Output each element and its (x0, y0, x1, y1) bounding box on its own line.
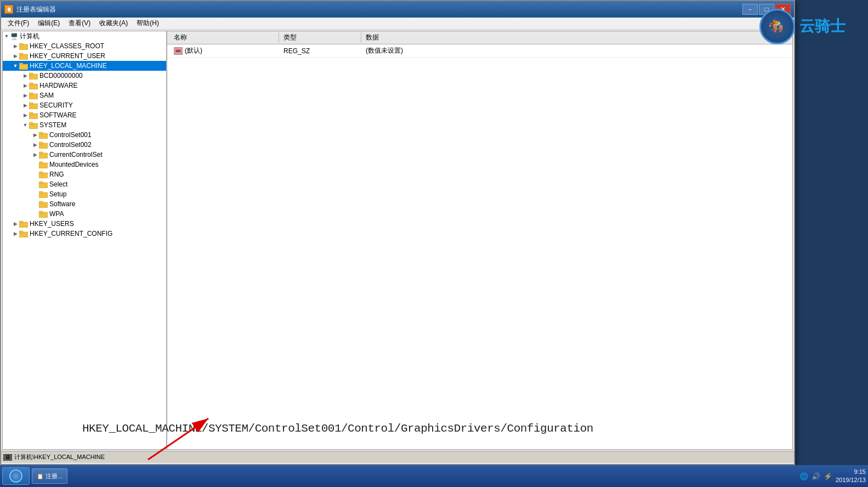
reg-value-icon: ab (174, 47, 183, 55)
expand-icon-software: ▶ (22, 112, 28, 118)
tree-label-rng: RNG (49, 171, 64, 178)
tree-item-rng[interactable]: ▶ RNG (3, 169, 166, 179)
folder-icon (19, 220, 28, 228)
svg-rect-18 (29, 122, 33, 124)
title-text: 注册表编辑器 (16, 5, 56, 14)
expand-icon-ccs: ▶ (32, 152, 38, 157)
tree-item-bcd[interactable]: ▶ BCD00000000 (3, 71, 166, 81)
table-header: 名称 类型 数据 (167, 31, 792, 44)
folder-icon (39, 191, 48, 198)
cell-name: ab (默认) (169, 46, 279, 56)
col-name: 名称 (169, 32, 279, 43)
svg-rect-32 (39, 191, 43, 194)
svg-rect-24 (39, 152, 43, 154)
folder-icon (29, 72, 38, 80)
svg-rect-28 (39, 172, 43, 174)
start-button[interactable] (2, 467, 30, 485)
folder-icon (29, 112, 38, 119)
taskbar-app-regedit[interactable]: 📋 注册... (32, 468, 67, 484)
tree-item-hkcr[interactable]: ▶ HKEY_CLASSES_ROOT (3, 41, 166, 51)
expand-icon-bcd: ▶ (22, 73, 28, 78)
svg-rect-3 (19, 53, 23, 55)
expand-icon-hkcc: ▶ (13, 231, 18, 236)
expand-icon-hku: ▶ (13, 221, 18, 226)
svg-rect-26 (39, 162, 43, 164)
tree-label-cs002: ControlSet002 (49, 141, 92, 149)
svg-rect-40 (19, 231, 23, 233)
menu-file[interactable]: 文件(F) (3, 18, 33, 29)
svg-rect-16 (29, 112, 33, 115)
tree-label-wpa: WPA (49, 210, 64, 218)
menu-view[interactable]: 查看(V) (64, 18, 95, 29)
folder-icon (29, 92, 38, 99)
path-annotation: HKEY_LOCAL_MACHINE/SYSTEM/ControlSet001/… (82, 422, 797, 435)
col-type: 类型 (279, 32, 361, 43)
tree-label-select: Select (49, 180, 67, 188)
folder-icon (39, 181, 48, 188)
tree-label-sam: SAM (39, 92, 54, 99)
tree-item-hklm[interactable]: ▼ HKEY_LOCAL_MACHINE (3, 61, 166, 71)
tree-item-setup[interactable]: ▶ Setup (3, 189, 166, 199)
tree-label-system: SYSTEM (39, 121, 66, 129)
svg-rect-1 (19, 43, 23, 46)
folder-icon (19, 230, 28, 237)
expand-icon: ▼ (4, 33, 9, 39)
svg-rect-20 (39, 132, 43, 134)
folder-icon (39, 151, 48, 158)
computer-icon-status: 🖥 (3, 454, 12, 461)
expand-icon-hkcr: ▶ (13, 43, 18, 49)
tree-item-software[interactable]: ▶ SOFTWARE (3, 110, 166, 120)
folder-icon (29, 122, 38, 129)
tree-label-ccs: CurrentControlSet (49, 151, 103, 158)
tree-item-select[interactable]: ▶ Select (3, 179, 166, 189)
tree-item-sam[interactable]: ▶ SAM (3, 90, 166, 100)
tree-label-hklm: HKEY_LOCAL_MACHINE (30, 62, 107, 70)
taskbar-app-text: 注册... (46, 472, 63, 480)
expand-icon-sam: ▶ (22, 93, 28, 98)
tree-label-hkcc: HKEY_CURRENT_CONFIG (30, 230, 112, 237)
taskbar-icon-volume: 🔊 (812, 472, 820, 480)
folder-icon (39, 141, 48, 149)
tree-item-mounted[interactable]: ▶ MountedDevices (3, 160, 166, 169)
folder-icon (29, 102, 38, 109)
tree-item-hkcc[interactable]: ▶ HKEY_CURRENT_CONFIG (3, 229, 166, 239)
taskbar-app-label: 📋 (37, 473, 43, 479)
tree-label-cs001: ControlSet001 (49, 131, 92, 139)
tree-item-controlset001[interactable]: ▶ ControlSet001 (3, 130, 166, 140)
folder-icon (39, 201, 48, 208)
tree-item-software2[interactable]: ▶ Software (3, 199, 166, 209)
cell-type: REG_SZ (279, 47, 361, 55)
tree-label-hku: HKEY_USERS (30, 220, 74, 228)
folder-icon (39, 132, 48, 139)
col-data: 数据 (361, 32, 471, 43)
tree-item-controlset002[interactable]: ▶ ControlSet002 (3, 140, 166, 150)
menu-edit[interactable]: 编辑(E) (33, 18, 64, 29)
folder-icon (19, 53, 28, 60)
tree-item-system[interactable]: ▼ SYSTEM (3, 120, 166, 130)
clock-date: 2019/12/13 (836, 476, 866, 484)
tree-label-computer: 计算机 (20, 32, 39, 41)
tree-item-hku[interactable]: ▶ HKEY_USERS (3, 219, 166, 229)
svg-rect-30 (39, 182, 43, 184)
tree-item-security[interactable]: ▶ SECURITY (3, 100, 166, 110)
tree-item-hardware[interactable]: ▶ HARDWARE (3, 81, 166, 90)
svg-rect-14 (29, 103, 33, 105)
tree-label-software: SOFTWARE (39, 111, 77, 119)
menu-favorites[interactable]: 收藏夹(A) (95, 18, 132, 29)
svg-rect-38 (19, 221, 23, 223)
computer-icon: 🖥️ (10, 33, 18, 40)
tree-item-ccs[interactable]: ▶ CurrentControlSet (3, 150, 166, 160)
tree-label-security: SECURITY (39, 101, 73, 109)
table-row[interactable]: ab (默认) REG_SZ (数值未设置) (167, 44, 792, 58)
taskbar-icon-battery: ⚡ (824, 472, 832, 480)
tree-item-wpa[interactable]: ▶ WPA (3, 209, 166, 219)
menu-help[interactable]: 帮助(H) (132, 18, 163, 29)
svg-rect-8 (29, 73, 33, 75)
taskbar: 📋 注册... 🌐 🔊 ⚡ 9:15 2019/12/13 (0, 465, 868, 487)
logo-knight-icon: 🏇 (768, 19, 786, 33)
expand-icon-hklm: ▼ (13, 63, 18, 69)
expand-icon-security: ▶ (22, 103, 28, 108)
tree-item-hkcu[interactable]: ▶ HKEY_CURRENT_USER (3, 51, 166, 61)
tree-item-computer[interactable]: ▼ 🖥️ 计算机 (3, 31, 166, 41)
expand-icon-hkcu: ▶ (13, 53, 18, 59)
